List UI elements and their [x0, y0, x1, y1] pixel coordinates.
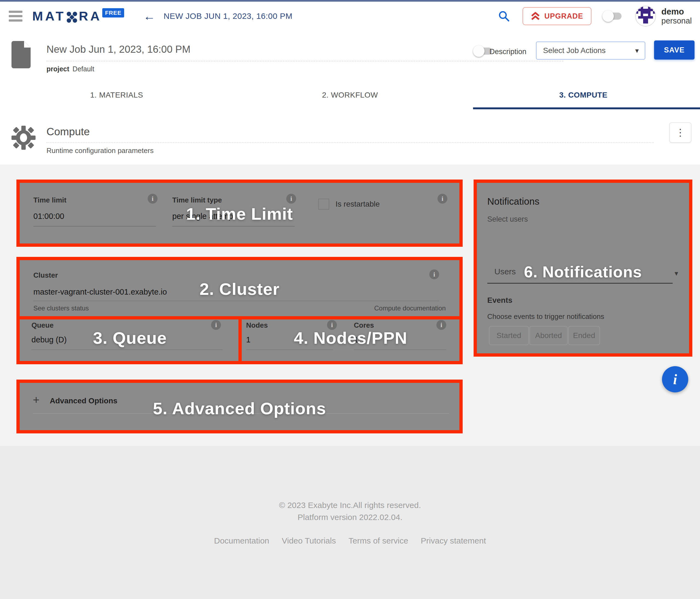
tab-workflow[interactable]: 2. WORKFLOW	[233, 81, 467, 109]
section-underline	[33, 413, 449, 414]
info-icon: i	[673, 371, 677, 388]
annotation-box-queue: Queue i debug (D) 3. Queue	[17, 316, 243, 364]
description-label: Description	[490, 48, 526, 56]
expand-plus-icon[interactable]: +	[33, 394, 40, 406]
is-restartable-label: Is restartable	[335, 200, 380, 209]
see-clusters-status-link[interactable]: See clusters status	[33, 305, 89, 312]
theme-toggle[interactable]	[602, 10, 623, 22]
job-header: New Job Jun 1, 2023, 16:00 PM projectDef…	[0, 31, 700, 81]
annotation-box-advanced-options: + Advanced Options 5. Advanced Options	[17, 380, 462, 434]
info-icon[interactable]: i	[327, 320, 337, 330]
footer-link-video-tutorials[interactable]: Video Tutorials	[282, 536, 336, 545]
project-label: project	[47, 65, 69, 73]
page: MAT RA FREE ← NEW JOB JUN 1, 2023, 16:00…	[0, 0, 700, 599]
back-arrow-icon[interactable]: ←	[143, 10, 155, 22]
cluster-select[interactable]: master-vagrant-cluster-001.exabyte.io	[33, 287, 167, 296]
user-name: demo	[661, 7, 692, 17]
events-hint: Choose events to trigger notifications	[487, 312, 604, 321]
field-underline	[33, 301, 439, 301]
field-underline	[172, 226, 295, 227]
tab-materials[interactable]: 1. MATERIALS	[0, 81, 233, 109]
annotation-box-time-limit: Time limit i 01:00:00 Time limit type i …	[17, 180, 462, 247]
mat3ra-logo[interactable]: MAT RA FREE	[32, 6, 124, 26]
double-chevron-up-icon	[531, 11, 540, 21]
job-actions-select[interactable]: Select Job Actions ▾	[536, 42, 645, 59]
footer: © 2023 Exabyte Inc.All rights reserved. …	[0, 446, 700, 599]
kebab-menu-button[interactable]: ⋮	[669, 123, 691, 142]
time-limit-type-select[interactable]: per single attempt	[172, 212, 235, 221]
compute-subtitle: Runtime configuration parameters	[47, 147, 154, 155]
info-icon[interactable]: i	[436, 320, 446, 330]
upgrade-button[interactable]: UPGRADE	[523, 7, 592, 25]
compute-documentation-link[interactable]: Compute documentation	[374, 305, 446, 312]
app-bar: MAT RA FREE ← NEW JOB JUN 1, 2023, 16:00…	[0, 2, 700, 31]
job-title: New Job Jun 1, 2023, 16:00 PM	[47, 44, 191, 55]
field-underline	[354, 349, 446, 350]
hamburger-menu-icon[interactable]	[9, 11, 22, 22]
annotation-label: 4. Nodes/PPN	[242, 328, 459, 347]
info-icon[interactable]: i	[211, 320, 221, 330]
event-button-ended[interactable]: Ended	[568, 326, 600, 345]
nodes-label: Nodes	[246, 321, 268, 330]
wizard-tabs: 1. MATERIALS 2. WORKFLOW 3. COMPUTE	[0, 81, 700, 110]
compute-title: Compute	[47, 126, 90, 138]
footer-link-terms[interactable]: Terms of service	[348, 536, 408, 545]
compute-form-area: Time limit i 01:00:00 Time limit type i …	[0, 164, 700, 446]
title-divider	[47, 61, 563, 61]
time-limit-type-label: Time limit type	[172, 196, 222, 204]
time-limit-label: Time limit	[33, 196, 67, 204]
upgrade-label: UPGRADE	[544, 12, 583, 21]
footer-link-documentation[interactable]: Documentation	[214, 536, 269, 545]
users-select[interactable]: Users	[494, 267, 516, 276]
caret-down-icon[interactable]: ▾	[675, 269, 678, 278]
logo-3-glyph-icon	[66, 11, 78, 24]
project-value: Default	[72, 65, 94, 73]
job-project: projectDefault	[47, 65, 94, 73]
cores-label: Cores	[354, 321, 374, 330]
is-restartable-checkbox[interactable]	[318, 199, 329, 210]
search-icon[interactable]	[497, 9, 510, 23]
user-block[interactable]: demo personal	[661, 7, 692, 26]
users-underline	[487, 283, 673, 284]
user-account: personal	[661, 17, 692, 25]
queue-label: Queue	[31, 321, 54, 330]
cluster-label: Cluster	[33, 271, 58, 280]
info-icon[interactable]: i	[438, 194, 447, 204]
job-actions-value: Select Job Actions	[543, 46, 606, 55]
queue-select[interactable]: debug (D)	[31, 335, 67, 344]
info-icon[interactable]: i	[148, 194, 157, 204]
time-limit-input[interactable]: 01:00:00	[33, 212, 64, 221]
compute-section-header: Compute Runtime configuration parameters…	[0, 109, 700, 165]
annotation-label: 1. Time Limit	[20, 204, 459, 224]
event-button-aborted[interactable]: Aborted	[529, 326, 568, 345]
footer-link-privacy[interactable]: Privacy statement	[421, 536, 486, 545]
annotation-box-notifications: Notifications Select users Users ▾ Event…	[474, 180, 692, 357]
gear-icon	[9, 124, 38, 152]
nodes-input[interactable]: 1	[246, 335, 250, 344]
field-underline	[31, 349, 223, 350]
notifications-title: Notifications	[487, 196, 540, 207]
field-underline	[33, 226, 156, 227]
copyright-text: © 2023 Exabyte Inc.All rights reserved.	[0, 501, 700, 510]
kebab-icon: ⋮	[675, 127, 685, 138]
field-underline	[246, 349, 333, 350]
free-badge: FREE	[102, 8, 124, 18]
info-fab-button[interactable]: i	[662, 366, 688, 392]
appbar-right: UPGRADE	[497, 6, 692, 27]
avatar[interactable]	[635, 6, 656, 27]
info-icon[interactable]: i	[286, 194, 296, 204]
appbar-job-title: NEW JOB JUN 1, 2023, 16:00 PM	[164, 11, 292, 21]
events-label: Events	[487, 296, 512, 305]
cores-input[interactable]: 1	[354, 335, 358, 344]
save-button[interactable]: SAVE	[654, 41, 695, 59]
logo-text-post: RA	[79, 6, 102, 26]
caret-down-icon: ▾	[635, 47, 639, 55]
compute-divider	[47, 142, 653, 143]
annotation-box-nodes-ppn: Nodes i 1 Cores i 1 4. Nodes/PPN	[239, 316, 462, 364]
info-icon[interactable]: i	[429, 269, 439, 279]
tab-compute[interactable]: 3. COMPUTE	[467, 81, 700, 109]
footer-links: Documentation Video Tutorials Terms of s…	[0, 536, 700, 545]
event-button-started[interactable]: Started	[489, 326, 529, 345]
logo-text-pre: MAT	[32, 6, 66, 26]
advanced-options-label[interactable]: Advanced Options	[50, 396, 117, 405]
